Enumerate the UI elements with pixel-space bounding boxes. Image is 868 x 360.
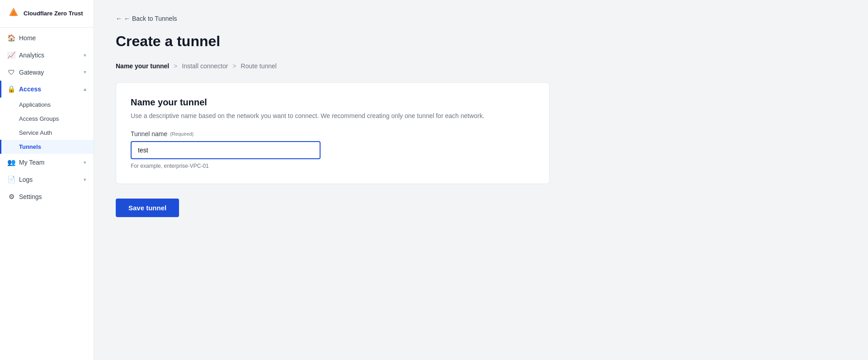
back-link-label: ← Back to Tunnels <box>124 15 177 22</box>
sidebar-item-settings-label: Settings <box>19 193 42 200</box>
sidebar-item-service-auth-label: Service Auth <box>19 129 52 136</box>
breadcrumb-sep-1: > <box>174 62 177 70</box>
sidebar-item-applications-label: Applications <box>19 101 51 108</box>
sidebar-item-applications[interactable]: Applications <box>0 98 94 112</box>
chevron-down-icon: ▾ <box>84 69 86 75</box>
brand-name: Cloudflare Zero Trust <box>24 10 83 17</box>
main-content: ← ← Back to Tunnels Create a tunnel Name… <box>94 0 868 360</box>
card-title: Name your tunnel <box>131 97 535 108</box>
tunnel-name-field: Tunnel name (Required) For example, ente… <box>131 130 535 169</box>
settings-icon: ⚙ <box>7 193 15 201</box>
tunnel-name-hint: For example, enterprise-VPC-01 <box>131 163 535 169</box>
logs-icon: 📄 <box>7 175 15 184</box>
breadcrumb-step-1: Name your tunnel <box>116 62 169 70</box>
sidebar-item-logs-label: Logs <box>19 176 33 183</box>
access-icon: 🔒 <box>7 85 15 93</box>
sidebar-item-home[interactable]: 🏠 Home <box>0 29 94 47</box>
required-badge: (Required) <box>170 131 193 137</box>
save-tunnel-button[interactable]: Save tunnel <box>116 199 179 217</box>
sidebar: Cloudflare Zero Trust 🏠 Home 📈 Analytics… <box>0 0 94 360</box>
sidebar-item-gateway[interactable]: 🛡 Gateway ▾ <box>0 64 94 81</box>
tunnel-name-label: Tunnel name (Required) <box>131 130 535 137</box>
tunnel-name-input[interactable] <box>131 141 321 159</box>
tunnel-name-card: Name your tunnel Use a descriptive name … <box>116 82 550 184</box>
sidebar-item-logs[interactable]: 📄 Logs ▾ <box>0 171 94 188</box>
back-to-tunnels-link[interactable]: ← ← Back to Tunnels <box>116 15 177 22</box>
cloudflare-logo-icon <box>7 6 20 21</box>
sidebar-item-tunnels[interactable]: Tunnels <box>0 140 94 154</box>
sidebar-item-settings[interactable]: ⚙ Settings <box>0 188 94 205</box>
sidebar-item-access-label: Access <box>19 85 41 93</box>
sidebar-item-analytics-label: Analytics <box>19 52 44 59</box>
sidebar-item-tunnels-label: Tunnels <box>19 143 41 150</box>
sidebar-item-my-team[interactable]: 👥 My Team ▾ <box>0 154 94 171</box>
chevron-down-icon: ▾ <box>84 160 86 166</box>
sidebar-item-access[interactable]: 🔒 Access ▴ <box>0 81 94 98</box>
page-title: Create a tunnel <box>116 33 705 50</box>
chevron-up-icon: ▴ <box>84 86 86 92</box>
breadcrumb-step-3: Route tunnel <box>241 62 277 70</box>
breadcrumb: Name your tunnel > Install connector > R… <box>116 62 705 70</box>
chevron-down-icon: ▾ <box>84 177 86 183</box>
svg-rect-2 <box>11 15 16 16</box>
sidebar-item-analytics[interactable]: 📈 Analytics ▾ <box>0 47 94 64</box>
sidebar-item-my-team-label: My Team <box>19 159 45 166</box>
home-icon: 🏠 <box>7 34 15 42</box>
analytics-icon: 📈 <box>7 51 15 59</box>
back-arrow-icon: ← <box>116 15 122 22</box>
sidebar-logo: Cloudflare Zero Trust <box>0 0 94 28</box>
sidebar-nav: 🏠 Home 📈 Analytics ▾ 🛡 Gateway ▾ 🔒 Acces… <box>0 28 94 360</box>
card-description: Use a descriptive name based on the netw… <box>131 112 535 119</box>
sidebar-item-gateway-label: Gateway <box>19 69 44 76</box>
breadcrumb-step-2: Install connector <box>182 62 228 70</box>
chevron-down-icon: ▾ <box>84 52 86 58</box>
gateway-icon: 🛡 <box>7 68 15 76</box>
sidebar-item-access-groups-label: Access Groups <box>19 115 59 122</box>
sidebar-item-home-label: Home <box>19 34 36 42</box>
my-team-icon: 👥 <box>7 158 15 166</box>
breadcrumb-sep-2: > <box>232 62 236 70</box>
sidebar-item-service-auth[interactable]: Service Auth <box>0 126 94 140</box>
sidebar-item-access-groups[interactable]: Access Groups <box>0 112 94 126</box>
